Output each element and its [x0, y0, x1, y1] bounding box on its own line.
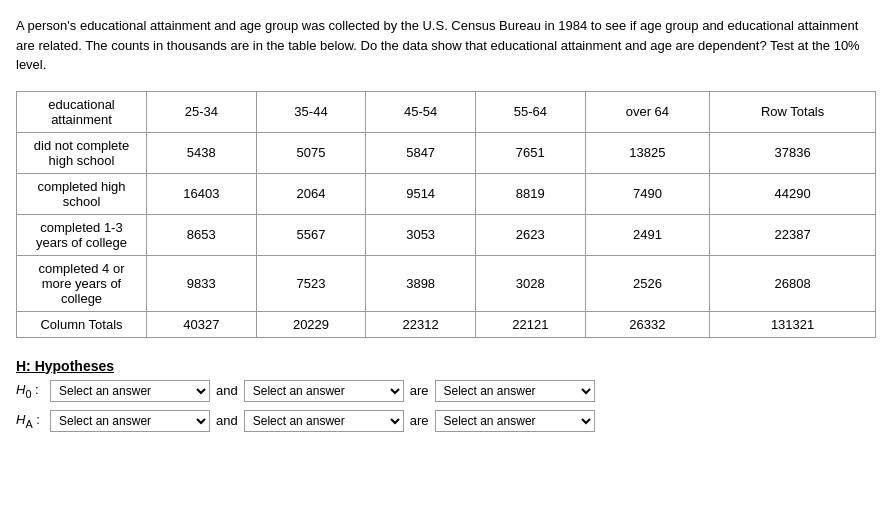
h0-select2[interactable]: Select an answer [244, 380, 404, 402]
header-educational-attainment: educational attainment [17, 91, 147, 132]
ha-sub: A [25, 417, 32, 429]
header-55-64: 55-64 [475, 91, 585, 132]
row-label-0: did not complete high school [17, 132, 147, 173]
h0-connector2: are [410, 383, 429, 398]
h0-connector1: and [216, 383, 238, 398]
cell-0-0: 5438 [147, 132, 257, 173]
hypotheses-section: H: Hypotheses H0 : Select an answer and … [16, 358, 879, 432]
row-label-2: completed 1-3 years of college [17, 214, 147, 255]
hypotheses-title: H: Hypotheses [16, 358, 879, 374]
header-35-44: 35-44 [256, 91, 366, 132]
cell-4-4: 26332 [585, 311, 710, 337]
h0-label: H0 : [16, 382, 44, 400]
table-header-row: educational attainment 25-34 35-44 45-54… [17, 91, 876, 132]
ha-row: HA : Select an answer and Select an answ… [16, 410, 879, 432]
cell-4-2: 22312 [366, 311, 476, 337]
cell-1-4: 7490 [585, 173, 710, 214]
row-label-4: Column Totals [17, 311, 147, 337]
cell-4-1: 20229 [256, 311, 366, 337]
table-row: Column Totals 40327 20229 22312 22121 26… [17, 311, 876, 337]
cell-0-2: 5847 [366, 132, 476, 173]
header-row-totals: Row Totals [710, 91, 876, 132]
cell-2-2: 3053 [366, 214, 476, 255]
data-table: educational attainment 25-34 35-44 45-54… [16, 91, 876, 338]
h0-sub: 0 [25, 387, 31, 399]
cell-2-0: 8653 [147, 214, 257, 255]
cell-0-3: 7651 [475, 132, 585, 173]
cell-3-4: 2526 [585, 255, 710, 311]
cell-3-2: 3898 [366, 255, 476, 311]
description: A person's educational attainment and ag… [16, 16, 876, 75]
ha-connector2: are [410, 413, 429, 428]
ha-connector1: and [216, 413, 238, 428]
h0-select3[interactable]: Select an answer [435, 380, 595, 402]
cell-4-5: 131321 [710, 311, 876, 337]
cell-1-3: 8819 [475, 173, 585, 214]
cell-4-0: 40327 [147, 311, 257, 337]
h0-select1[interactable]: Select an answer [50, 380, 210, 402]
cell-0-4: 13825 [585, 132, 710, 173]
cell-1-2: 9514 [366, 173, 476, 214]
ha-label: HA : [16, 412, 44, 430]
header-over-64: over 64 [585, 91, 710, 132]
ha-select3[interactable]: Select an answer [435, 410, 595, 432]
cell-0-1: 5075 [256, 132, 366, 173]
ha-select1[interactable]: Select an answer [50, 410, 210, 432]
cell-0-5: 37836 [710, 132, 876, 173]
cell-1-5: 44290 [710, 173, 876, 214]
cell-1-0: 16403 [147, 173, 257, 214]
cell-2-3: 2623 [475, 214, 585, 255]
header-25-34: 25-34 [147, 91, 257, 132]
table-row: completed 1-3 years of college 8653 5567… [17, 214, 876, 255]
row-label-1: completed high school [17, 173, 147, 214]
cell-2-1: 5567 [256, 214, 366, 255]
cell-3-3: 3028 [475, 255, 585, 311]
table-row: completed high school 16403 2064 9514 88… [17, 173, 876, 214]
cell-3-0: 9833 [147, 255, 257, 311]
cell-4-3: 22121 [475, 311, 585, 337]
table-row: completed 4 or more years of college 983… [17, 255, 876, 311]
cell-3-1: 7523 [256, 255, 366, 311]
cell-2-5: 22387 [710, 214, 876, 255]
ha-select2[interactable]: Select an answer [244, 410, 404, 432]
cell-1-1: 2064 [256, 173, 366, 214]
h0-row: H0 : Select an answer and Select an answ… [16, 380, 879, 402]
cell-3-5: 26808 [710, 255, 876, 311]
row-label-3: completed 4 or more years of college [17, 255, 147, 311]
table-row: did not complete high school 5438 5075 5… [17, 132, 876, 173]
header-45-54: 45-54 [366, 91, 476, 132]
cell-2-4: 2491 [585, 214, 710, 255]
